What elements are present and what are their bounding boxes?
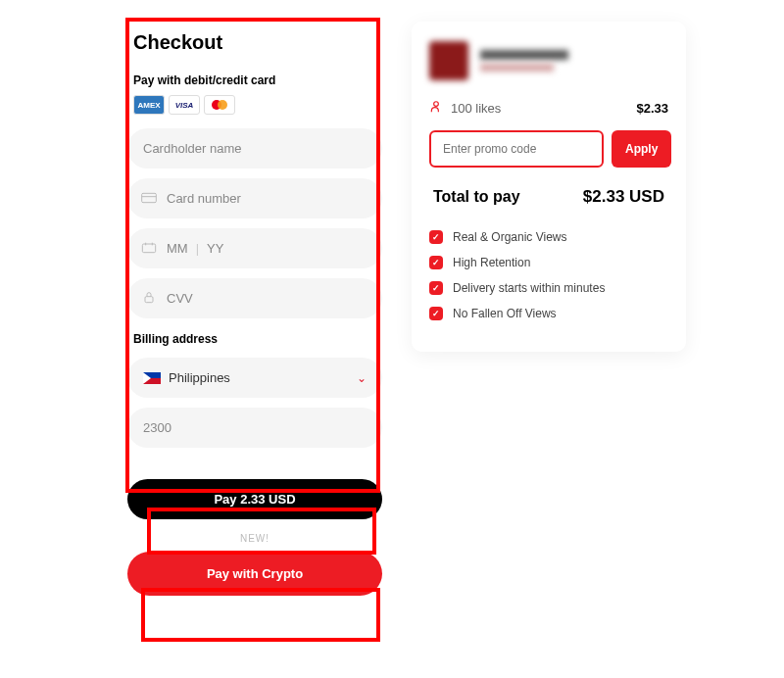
- order-summary-panel: 100 likes $2.33 Apply Total to pay $2.33…: [412, 22, 686, 352]
- features-list: ✓ Real & Organic Views ✓ High Retention …: [429, 230, 668, 320]
- svg-rect-2: [142, 244, 155, 253]
- pay-with-label: Pay with debit/credit card: [133, 73, 382, 87]
- cardholder-name-input[interactable]: Cardholder name: [127, 128, 382, 169]
- svg-rect-0: [142, 193, 157, 202]
- avatar: [429, 41, 468, 80]
- total-amount: $2.33 USD: [583, 187, 664, 207]
- pay-with-crypto-button[interactable]: Pay with Crypto: [127, 552, 382, 596]
- likes-price: $2.33: [636, 101, 668, 116]
- new-label: NEW!: [127, 533, 382, 544]
- chevron-down-icon: ⌄: [357, 371, 367, 385]
- person-icon: [429, 100, 443, 117]
- summary-header: [429, 41, 668, 80]
- billing-address-label: Billing address: [133, 332, 382, 346]
- pay-button[interactable]: Pay 2.33 USD: [127, 479, 382, 519]
- cvv-input[interactable]: CVV: [127, 278, 382, 318]
- likes-row: 100 likes $2.33: [429, 100, 668, 117]
- lock-icon: [141, 292, 157, 306]
- total-label: Total to pay: [433, 188, 520, 206]
- total-row: Total to pay $2.33 USD: [429, 187, 668, 207]
- apply-button[interactable]: Apply: [612, 130, 671, 168]
- card-number-input[interactable]: Card number: [127, 178, 382, 218]
- zip-input[interactable]: 2300: [127, 408, 382, 448]
- expiry-input[interactable]: MM | YY: [127, 228, 382, 268]
- svg-rect-5: [145, 296, 153, 302]
- feature-item: ✓ Delivery starts within minutes: [429, 281, 668, 295]
- feature-item: ✓ High Retention: [429, 256, 668, 269]
- svg-point-6: [434, 102, 439, 107]
- check-icon: ✓: [429, 307, 443, 320]
- feature-item: ✓ Real & Organic Views: [429, 230, 668, 244]
- feature-item: ✓ No Fallen Off Views: [429, 307, 668, 320]
- checkout-title: Checkout: [133, 31, 382, 54]
- amex-icon: AMEX: [133, 95, 165, 115]
- annotation-crypto-box: [141, 588, 380, 642]
- likes-count: 100 likes: [451, 101, 501, 116]
- check-icon: ✓: [429, 256, 443, 269]
- card-icon: [141, 192, 157, 206]
- promo-code-input[interactable]: [429, 130, 604, 168]
- card-logos: AMEX VISA: [133, 95, 382, 115]
- check-icon: ✓: [429, 230, 443, 244]
- philippines-flag-icon: [143, 372, 161, 384]
- check-icon: ✓: [429, 281, 443, 295]
- blurred-username: [480, 50, 568, 72]
- visa-icon: VISA: [169, 95, 200, 115]
- country-select[interactable]: Philippines ⌄: [127, 358, 382, 398]
- checkout-panel: Checkout Pay with debit/credit card AMEX…: [127, 20, 382, 596]
- calendar-icon: [141, 242, 157, 256]
- mastercard-icon: [204, 95, 235, 115]
